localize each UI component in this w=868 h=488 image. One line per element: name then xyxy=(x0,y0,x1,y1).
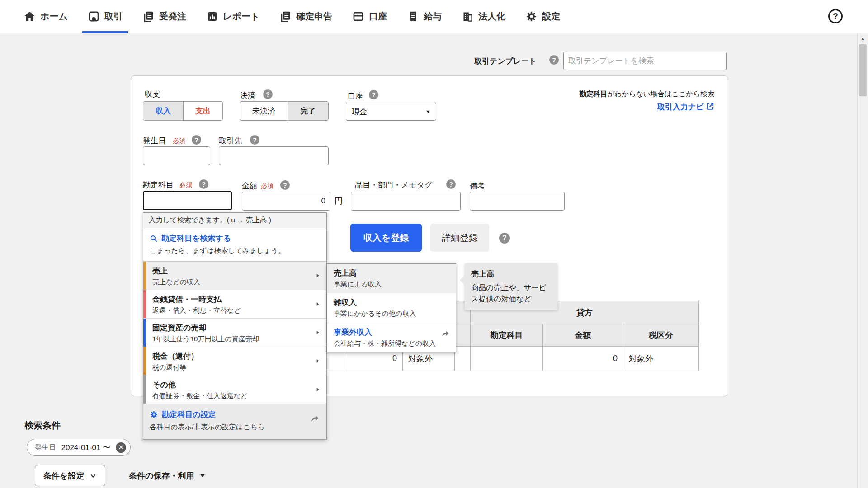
nav-item-transactions[interactable]: 取引 xyxy=(82,0,128,33)
settlement-label: 決済 xyxy=(240,90,255,101)
account-select[interactable]: 現金 xyxy=(346,103,436,121)
balance-toggle: 収入 支出 xyxy=(143,101,223,121)
dropdown-item-title: 金銭貸借・一時支払 xyxy=(152,294,313,305)
help-icon[interactable]: ? xyxy=(828,9,843,23)
home-icon xyxy=(24,10,36,23)
account-item-help-icon[interactable]: ? xyxy=(199,179,208,189)
income-toggle-button[interactable]: 収入 xyxy=(143,102,183,120)
account-select-value: 現金 xyxy=(352,107,367,117)
tags-help-icon[interactable]: ? xyxy=(446,179,456,189)
scrollbar-up-arrow[interactable]: ▲ xyxy=(858,33,868,43)
ledger-credit-amount: 0 xyxy=(543,347,623,371)
dropdown-settings-item[interactable]: 勘定科目の設定 各科目の表示/非表示の設定はこちら xyxy=(143,404,326,439)
external-share-icon xyxy=(441,329,450,339)
template-search-input[interactable] xyxy=(563,52,727,70)
nav-label: 受発注 xyxy=(159,10,186,23)
nav-label: 設定 xyxy=(542,10,560,23)
nav-label: レポート xyxy=(223,10,259,23)
nav-item-accounts[interactable]: 口座 xyxy=(347,0,392,33)
settlement-help-icon[interactable]: ? xyxy=(263,89,273,99)
dropdown-item-sub: 1年以上使う10万円以上の資産売却 xyxy=(152,335,313,343)
submenu-item-title: 売上高 xyxy=(334,268,449,278)
nav-item-orders[interactable]: 受発注 xyxy=(137,0,192,33)
set-conditions-button[interactable]: 条件を設定 xyxy=(35,465,105,486)
detail-register-button[interactable]: 詳細登録 xyxy=(430,224,489,252)
category-color-bar xyxy=(143,347,146,375)
dropdown-settings-link: 勘定科目の設定 xyxy=(162,409,216,420)
dropdown-item-loans[interactable]: 金銭貸借・一時支払 返還・借入・利息・立替など xyxy=(143,290,326,319)
document-icon xyxy=(279,10,292,23)
chip-close-icon[interactable]: ✕ xyxy=(116,442,126,453)
settled-toggle-button[interactable]: 完了 xyxy=(288,102,328,120)
amount-unit-label: 円 xyxy=(335,196,343,206)
top-nav: ホーム 取引 受発注 レポート 確定申告 口座 給与 法人化 設定 ? xyxy=(0,0,868,33)
amount-input[interactable] xyxy=(242,192,330,211)
ledger-credit-account xyxy=(471,347,543,371)
ledger-credit-tax: 対象外 xyxy=(623,347,699,371)
category-color-bar xyxy=(143,262,146,290)
category-color-bar xyxy=(143,290,146,318)
dropdown-item-fixed-assets[interactable]: 固定資産の売却 1年以上使う10万円以上の資産売却 xyxy=(143,319,326,347)
account-help-icon[interactable]: ? xyxy=(369,90,378,99)
dropdown-item-other[interactable]: その他 有価証券・敷金・仕入返還など xyxy=(143,375,326,404)
ledger-cell xyxy=(455,347,471,371)
navi-link-row: 取引入力ナビ xyxy=(452,102,714,112)
nav-item-tax-return[interactable]: 確定申告 xyxy=(274,0,338,33)
sales-submenu: 売上高 事業による収入 雑収入 事業にかかるその他の収入 事業外収入 会社給与・… xyxy=(327,263,456,352)
dropdown-search-link: 勘定科目を検索する xyxy=(161,233,231,244)
save-conditions-button[interactable]: 条件の保存・利用 xyxy=(129,465,206,486)
submenu-item-sales-revenue[interactable]: 売上高 事業による収入 xyxy=(327,264,456,293)
dropdown-item-sales[interactable]: 売上 売上などの収入 xyxy=(143,262,326,290)
issue-date-label: 発生日 xyxy=(143,136,166,146)
submenu-item-sub: 事業にかかるその他の収入 xyxy=(334,310,449,318)
tags-input[interactable] xyxy=(351,192,461,211)
chip-label: 発生日 xyxy=(35,443,56,452)
amount-help-icon[interactable]: ? xyxy=(280,180,290,190)
issue-date-help-icon[interactable]: ? xyxy=(192,135,201,145)
hint-bold: 勘定科目 xyxy=(580,90,608,98)
dropdown-item-sub: 有価証券・敷金・仕入返還など xyxy=(152,392,313,400)
partner-input[interactable] xyxy=(219,146,329,165)
partner-help-icon[interactable]: ? xyxy=(250,135,259,145)
scrollbar-thumb[interactable] xyxy=(859,44,867,96)
nav-label: ホーム xyxy=(40,10,68,23)
chevron-right-icon xyxy=(315,329,321,336)
account-item-label: 勘定科目 xyxy=(143,180,174,190)
nav-item-incorporation[interactable]: 法人化 xyxy=(456,0,511,33)
register-income-button[interactable]: 収入を登録 xyxy=(350,224,422,252)
vertical-scrollbar[interactable]: ▲ xyxy=(857,33,868,488)
external-link-icon xyxy=(706,102,714,111)
tags-label: 品目・部門・メモタグ xyxy=(355,180,433,190)
search-icon xyxy=(150,235,158,243)
nav-item-payroll[interactable]: 給与 xyxy=(401,0,447,33)
transaction-navi-link[interactable]: 取引入力ナビ xyxy=(657,103,704,111)
receipt-icon xyxy=(407,10,419,23)
nav-item-home[interactable]: ホーム xyxy=(18,0,73,33)
submenu-item-misc-income[interactable]: 雑収入 事業にかかるその他の収入 xyxy=(327,293,456,323)
ledger-header-account: 勘定科目 xyxy=(471,324,543,347)
account-label: 口座 xyxy=(348,91,363,101)
dropdown-search-item[interactable]: 勘定科目を検索する こまったら、まずは検索してみましょう。 xyxy=(143,228,326,262)
dropdown-item-sub: 税の還付等 xyxy=(152,363,313,372)
account-item-input[interactable] xyxy=(143,191,232,210)
template-help-icon[interactable]: ? xyxy=(549,55,559,65)
settlement-toggle: 未決済 完了 xyxy=(240,101,329,121)
issue-date-input[interactable] xyxy=(143,146,210,165)
submenu-item-sub: 会社給与・株・雑所得などの収入 xyxy=(334,339,449,348)
expense-toggle-button[interactable]: 支出 xyxy=(183,102,222,120)
submenu-item-title: 雑収入 xyxy=(334,297,449,308)
sales-revenue-tooltip: 売上高 商品の売上や、サービス提供の対価など xyxy=(465,263,557,310)
nav-label: 口座 xyxy=(369,10,387,23)
dropdown-item-tax-refund[interactable]: 税金（還付） 税の還付等 xyxy=(143,347,326,375)
date-filter-chip[interactable]: 発生日 2024-01-01 〜 ✕ xyxy=(27,439,131,456)
nav-item-reports[interactable]: レポート xyxy=(201,0,265,33)
chevron-down-icon xyxy=(90,472,97,479)
unsettled-toggle-button[interactable]: 未決済 xyxy=(240,102,288,120)
submenu-item-non-business-income[interactable]: 事業外収入 会社給与・株・雑所得などの収入 xyxy=(327,323,456,352)
nav-label: 確定申告 xyxy=(296,10,332,23)
nav-item-settings[interactable]: 設定 xyxy=(520,0,566,33)
register-help-icon[interactable]: ? xyxy=(499,233,510,244)
ledger-header-tax: 税区分 xyxy=(623,324,699,347)
memo-input[interactable] xyxy=(470,192,565,211)
dropdown-item-sub: 返還・借入・利息・立替など xyxy=(152,306,313,315)
